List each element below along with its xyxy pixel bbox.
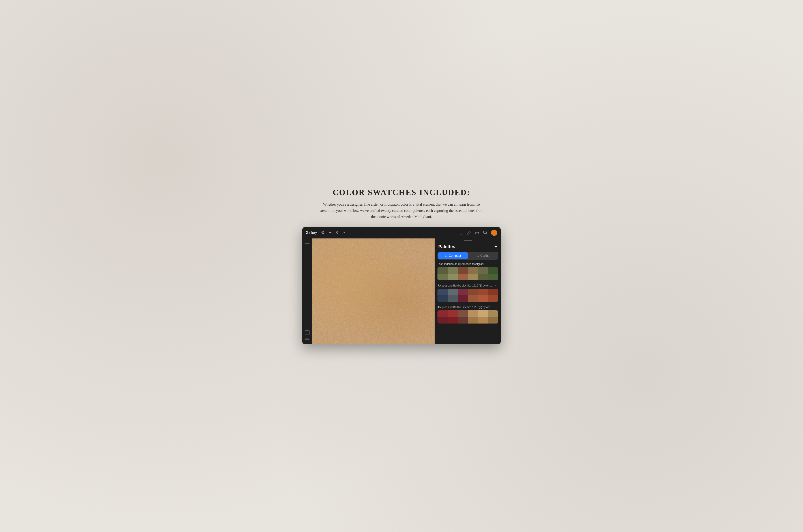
swatch-1-5 (478, 267, 488, 280)
compact-icon: ⊟ (445, 254, 448, 258)
palette-2-more-button[interactable]: ··· (494, 284, 498, 287)
swatch-1-3-bot (458, 274, 468, 280)
palette-item-2-header: Jacques and Berthe Lipchitz, 1916 (1) by… (437, 284, 498, 287)
swatch-1-1-bot (437, 274, 448, 280)
gallery-button[interactable]: Gallery (306, 231, 317, 235)
compact-label: Compact (449, 254, 461, 258)
swatch-2-2-top (448, 289, 458, 295)
view-toggle: ⊟ Compact ⊞ Cards (437, 252, 498, 260)
panel-add-button[interactable]: + (494, 244, 497, 249)
pencil-icon[interactable] (467, 230, 471, 235)
swatch-1-4-top (468, 267, 478, 274)
wrench-icon[interactable]: ⚙ (321, 230, 325, 235)
swatch-3-6-top (488, 310, 498, 317)
canvas-noise (312, 239, 435, 344)
palette-1-more-button[interactable]: ··· (494, 262, 498, 266)
swatch-1-3-top (458, 267, 468, 274)
swatch-2-6-bot (488, 295, 498, 302)
sidebar-square-tool[interactable] (305, 330, 310, 335)
swatch-3-1-top (437, 310, 448, 317)
palette-item-2: Jacques and Berthe Lipchitz, 1916 (1) by… (436, 284, 500, 302)
swatch-3-6 (488, 310, 498, 324)
swatch-2-3-top (458, 289, 468, 295)
heading-section: COLOR SWATCHES INCLUDED: Whether you're … (302, 188, 501, 220)
swatch-2-5 (478, 289, 488, 302)
swatch-2-3 (458, 289, 468, 302)
swatch-3-3-bot (458, 317, 468, 324)
color-picker[interactable] (491, 230, 497, 236)
swatch-2-1-top (437, 289, 448, 295)
cards-view-button[interactable]: ⊞ Cards (468, 252, 498, 259)
toolbar-left: Gallery ⚙ ✦ S ↗ (306, 230, 345, 235)
swatch-3-5 (478, 310, 488, 324)
cards-label: Cards (480, 254, 489, 258)
swatch-2-3-bot (458, 295, 468, 302)
palette-item-1: Leon Indenbaum by Amedeo Modigliani ··· (436, 262, 500, 280)
swatch-2-4-top (468, 289, 478, 295)
swatch-1-6 (488, 267, 498, 280)
app-mockup: Gallery ⚙ ✦ S ↗ (302, 227, 501, 344)
canvas-area[interactable] (312, 239, 435, 344)
palette-2-name: Jacques and Berthe Lipchitz, 1916 (1) by… (437, 284, 494, 287)
swatch-2-4 (468, 289, 478, 302)
svg-rect-2 (476, 232, 479, 234)
swatch-2-2-bot (448, 295, 458, 302)
swatch-1-5-bot (478, 274, 488, 280)
swatch-1-6-top (488, 267, 498, 274)
swatch-1-1-top (437, 267, 448, 274)
palette-item-1-header: Leon Indenbaum by Amedeo Modigliani ··· (437, 262, 498, 266)
magic-wand-icon[interactable]: ✦ (328, 230, 332, 235)
panel-title: Palettes (438, 244, 455, 249)
left-sidebar (302, 239, 312, 344)
transform-icon[interactable]: ↗ (342, 230, 345, 235)
svg-point-1 (460, 234, 462, 234)
swatch-1-2-top (448, 267, 458, 274)
swatch-1-3 (458, 267, 468, 280)
brush-icon[interactable] (459, 230, 463, 235)
palette-3-swatches (437, 310, 498, 324)
right-panel: Palettes + ⊟ Compact ⊞ Cards (435, 239, 501, 344)
swatch-3-4 (468, 310, 478, 324)
panel-header: Palettes + (435, 242, 501, 252)
swatch-2-5-top (478, 289, 488, 295)
toolbar: Gallery ⚙ ✦ S ↗ (302, 227, 501, 239)
cards-icon: ⊞ (477, 254, 479, 258)
swatch-3-2 (448, 310, 458, 324)
subtitle-text: Whether you're a designer, fine artist, … (319, 202, 484, 220)
swatch-1-2 (448, 267, 458, 280)
palette-item-3-header: Jacques and Berthe Lipchitz, 1916 (2) by… (437, 305, 498, 309)
eraser-icon[interactable] (475, 230, 479, 235)
sidebar-handle-bottom[interactable] (305, 339, 310, 340)
swatch-1-6-bot (488, 274, 498, 280)
swatch-2-2 (448, 289, 458, 302)
swatch-1-5-top (478, 267, 488, 274)
palette-1-name: Leon Indenbaum by Amedeo Modigliani (437, 263, 494, 266)
swatch-3-3-top (458, 310, 468, 317)
palette-list[interactable]: Leon Indenbaum by Amedeo Modigliani ··· (435, 262, 501, 344)
swatch-3-2-top (448, 310, 458, 317)
palette-item-3: Jacques and Berthe Lipchitz, 1916 (2) by… (436, 305, 500, 324)
swatch-3-2-bot (448, 317, 458, 324)
palette-2-swatches (437, 289, 498, 302)
toolbar-right (459, 230, 497, 236)
swatch-3-4-bot (468, 317, 478, 324)
panel-drag-handle[interactable] (435, 239, 501, 242)
drag-pill (464, 240, 472, 241)
swatch-2-1 (437, 289, 448, 302)
palette-3-more-button[interactable]: ··· (494, 305, 498, 309)
swatch-3-4-top (468, 310, 478, 317)
swatch-3-5-bot (478, 317, 488, 324)
swatch-2-6-top (488, 289, 498, 295)
swatch-2-6 (488, 289, 498, 302)
swatch-3-1 (437, 310, 448, 324)
swatch-1-4 (468, 267, 478, 280)
swatch-3-6-bot (488, 317, 498, 324)
main-area: Palettes + ⊟ Compact ⊞ Cards (302, 239, 501, 344)
swatch-2-1-bot (437, 295, 448, 302)
compact-view-button[interactable]: ⊟ Compact (438, 252, 468, 259)
smudge-icon[interactable]: S (336, 230, 338, 235)
swatch-3-3 (458, 310, 468, 324)
layers-icon[interactable] (483, 230, 488, 235)
main-title: COLOR SWATCHES INCLUDED: (302, 188, 501, 197)
sidebar-handle-top[interactable] (305, 243, 310, 244)
